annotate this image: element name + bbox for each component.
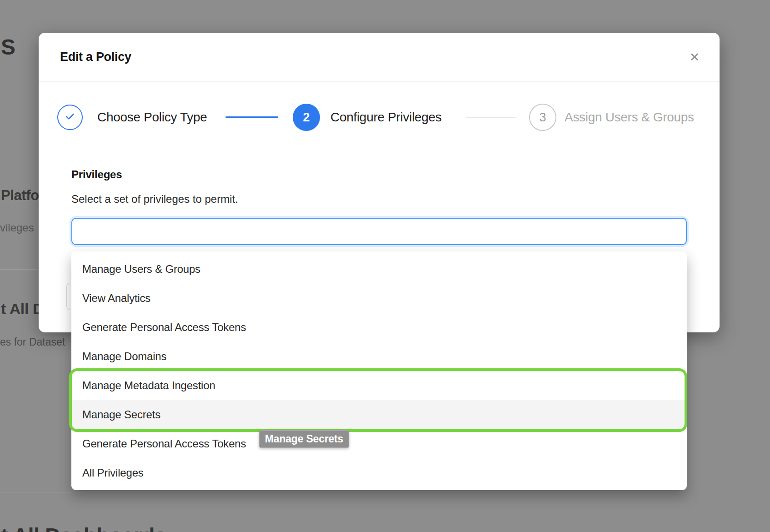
manage-secrets-tooltip: Manage Secrets	[259, 430, 349, 448]
dropdown-option-manage-metadata-ingestion[interactable]: Manage Metadata Ingestion	[71, 371, 687, 400]
background-text-fragment: es for Dataset	[0, 336, 65, 348]
screen: S Platform vileges t All D es for Datase…	[0, 0, 770, 532]
check-icon	[64, 110, 76, 124]
header-divider	[39, 81, 720, 82]
step-2-label[interactable]: Configure Privileges	[330, 110, 442, 125]
background-text-fragment: t All D	[1, 300, 44, 318]
step-1-label[interactable]: Choose Policy Type	[97, 110, 207, 125]
dropdown-option-generate-pat-2[interactable]: Generate Personal Access Tokens	[71, 429, 687, 458]
step-1-indicator[interactable]	[57, 105, 83, 130]
close-icon: ✕	[690, 50, 700, 65]
privileges-dropdown: Manage Users & Groups View Analytics Gen…	[71, 251, 687, 490]
step-2-indicator[interactable]: 2	[293, 104, 320, 131]
step-3-number: 3	[539, 110, 546, 125]
dropdown-option-view-analytics[interactable]: View Analytics	[71, 284, 687, 313]
privileges-heading: Privileges	[71, 168, 122, 181]
dropdown-option-manage-users-groups[interactable]: Manage Users & Groups	[71, 255, 687, 284]
background-text-fragment: t All Dashboards	[1, 523, 166, 532]
close-button[interactable]: ✕	[686, 49, 703, 65]
background-text-fragment: S	[1, 35, 15, 60]
dropdown-option-all-privileges[interactable]: All Privileges	[71, 458, 687, 487]
modal-title: Edit a Policy	[60, 50, 131, 64]
background-divider	[0, 492, 71, 492]
privileges-description: Select a set of privileges to permit.	[71, 193, 238, 206]
step-3-indicator[interactable]: 3	[529, 104, 556, 131]
step-2-number: 2	[303, 110, 310, 125]
step-connector-active	[225, 116, 278, 118]
privileges-select-input[interactable]	[71, 218, 687, 245]
step-connector-inactive	[466, 117, 515, 118]
background-text-fragment: vileges	[0, 221, 34, 234]
dropdown-option-generate-pat[interactable]: Generate Personal Access Tokens	[71, 313, 687, 342]
dropdown-option-manage-secrets[interactable]: Manage Secrets	[71, 400, 687, 429]
dropdown-option-manage-domains[interactable]: Manage Domains	[71, 342, 687, 371]
step-3-label[interactable]: Assign Users & Groups	[565, 110, 694, 125]
